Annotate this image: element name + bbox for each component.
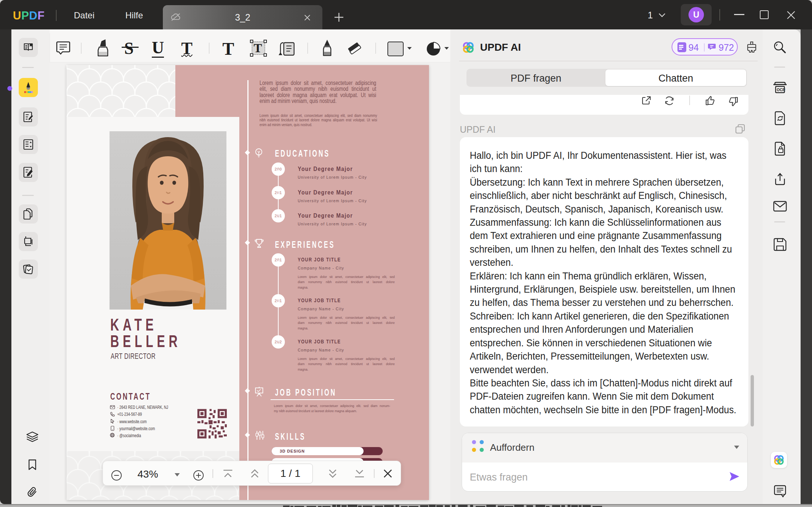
- svg-text:OCR: OCR: [777, 88, 786, 92]
